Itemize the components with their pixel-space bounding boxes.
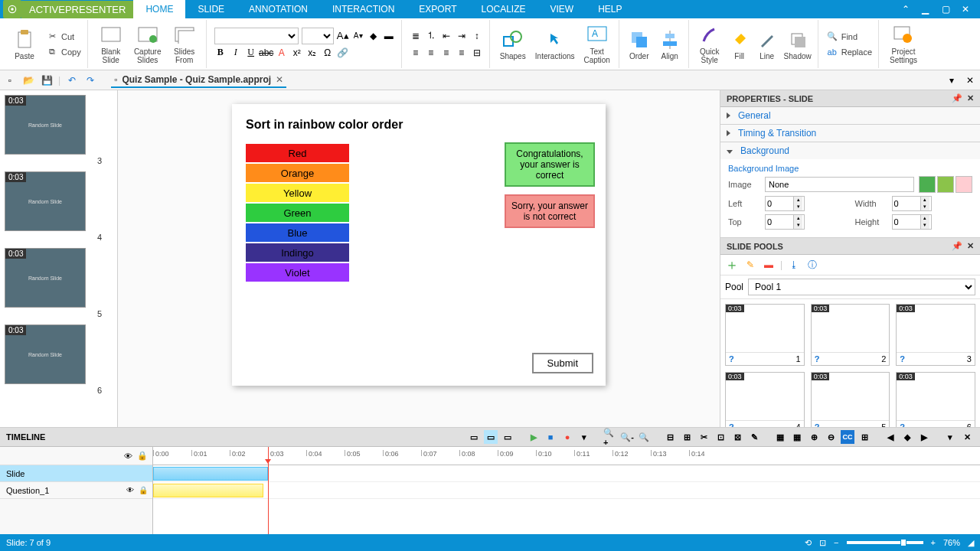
submit-button[interactable]: Submit (532, 353, 593, 373)
pool-item[interactable]: 0:03?1 (725, 304, 805, 366)
font-family-select[interactable] (214, 28, 299, 44)
tl-tool-4[interactable]: ⊡ (714, 430, 727, 444)
document-tab[interactable]: ▫ Quiz Sample - Quiz Sample.approj ✕ (111, 73, 286, 88)
import-image-button[interactable] (937, 176, 954, 193)
close-tab-icon[interactable]: ✕ (276, 74, 283, 85)
save-icon[interactable]: 💾 (40, 73, 54, 87)
tl-btn-2[interactable]: ▭ (484, 430, 498, 444)
paste-button[interactable]: Paste (6, 20, 43, 69)
tab-annotation[interactable]: ANNOTATION (237, 0, 320, 18)
strike-icon[interactable]: abc (260, 47, 273, 59)
align-left-icon[interactable]: ≡ (410, 47, 422, 59)
play-icon[interactable]: ▶ (527, 430, 541, 444)
lock-icon[interactable]: 🔒 (137, 451, 148, 461)
rainbow-item[interactable]: Violet (246, 263, 349, 282)
link-icon[interactable]: 🔗 (337, 47, 349, 59)
tl-options-icon[interactable]: ▾ (943, 430, 957, 444)
add-pool-icon[interactable]: ＋ (725, 258, 739, 272)
track-question[interactable]: Question_1👁🔒 (0, 482, 152, 499)
stop-icon[interactable]: ■ (544, 430, 557, 444)
remove-image-button[interactable] (956, 176, 972, 193)
superscript-icon[interactable]: x² (291, 47, 303, 59)
redo-icon[interactable]: ↷ (83, 73, 97, 87)
next-icon[interactable]: ▶ (917, 430, 931, 444)
tl-tool-6[interactable]: ✎ (747, 430, 761, 444)
subscript-icon[interactable]: x₂ (306, 47, 318, 59)
rainbow-item[interactable]: Blue (246, 223, 349, 242)
zoom-out-icon[interactable]: − (834, 538, 838, 547)
pool-select[interactable]: Pool 1 (748, 279, 975, 295)
section-timing[interactable]: Timing & Transition (720, 125, 980, 142)
min-toolbar-icon[interactable]: ⌃ (902, 4, 913, 15)
tab-view[interactable]: VIEW (538, 0, 586, 18)
prev-icon[interactable]: ◀ (884, 430, 897, 444)
import-pool-icon[interactable]: ⭳ (787, 258, 801, 272)
tab-slide[interactable]: SLIDE (185, 0, 237, 18)
slide-canvas[interactable]: Sort in rainbow color order RedOrangeYel… (232, 104, 606, 386)
italic-icon[interactable]: I (230, 47, 242, 59)
rainbow-item[interactable]: Yellow (246, 184, 349, 202)
rainbow-item[interactable]: Green (246, 204, 349, 222)
cc-icon[interactable]: CC (841, 430, 854, 444)
slides-from-button[interactable]: Slides From (166, 20, 203, 69)
tab-help[interactable]: HELP (586, 0, 634, 18)
section-background[interactable]: Background (720, 142, 980, 159)
new-icon[interactable]: ▫ (3, 73, 17, 87)
tl-tool-2[interactable]: ⊞ (680, 430, 694, 444)
pool-item[interactable]: 0:03?4 (725, 372, 805, 427)
resize-grip-icon[interactable]: ◢ (968, 538, 974, 548)
info-pool-icon[interactable]: ⓘ (805, 258, 819, 272)
rainbow-item[interactable]: Red (246, 144, 349, 162)
tl-tool-7[interactable]: ▦ (773, 430, 787, 444)
pool-item[interactable]: 0:03?3 (896, 304, 975, 366)
clip-slide[interactable] (153, 467, 268, 481)
zoom-out-tl-icon[interactable]: 🔍- (620, 430, 634, 444)
zoom-in-icon[interactable]: + (931, 538, 936, 547)
rainbow-item[interactable]: Indingo (246, 243, 349, 262)
tab-interaction[interactable]: INTERACTION (320, 0, 407, 18)
shrink-font-icon[interactable]: A▾ (352, 30, 364, 42)
slide-thumb[interactable]: 0:03Random Slide4 (3, 171, 114, 242)
replace-button[interactable]: abReplace (826, 46, 872, 58)
align-right-icon[interactable]: ≡ (440, 47, 452, 59)
fill-button[interactable]: Fill (726, 20, 753, 69)
zoom-value[interactable]: 76% (943, 538, 960, 547)
chevron-down-icon[interactable]: ▾ (945, 73, 959, 87)
tl-close-icon[interactable]: ✕ (960, 430, 974, 444)
tl-tool-10[interactable]: ⊖ (824, 430, 838, 444)
find-button[interactable]: 🔍Find (826, 31, 872, 43)
indent-inc-icon[interactable]: ⇥ (456, 30, 468, 42)
pin-icon[interactable]: 📌 (952, 93, 962, 103)
shapes-button[interactable]: Shapes (495, 20, 531, 69)
pool-item[interactable]: 0:03?5 (811, 372, 890, 427)
rec-dropdown-icon[interactable]: ▾ (577, 430, 591, 444)
width-spinner[interactable]: ▴▾ (892, 196, 932, 211)
image-input[interactable] (765, 177, 914, 192)
bold-icon[interactable]: B (214, 47, 227, 59)
lock-row-icon[interactable]: 🔒 (139, 486, 148, 494)
tl-tool-8[interactable]: ▦ (790, 430, 804, 444)
maximize-icon[interactable]: ▢ (942, 4, 952, 15)
undo-icon[interactable]: ↶ (65, 73, 79, 87)
record-icon[interactable]: ● (560, 430, 574, 444)
eye-icon[interactable]: 👁 (124, 452, 132, 461)
tl-tool-5[interactable]: ⊠ (730, 430, 744, 444)
left-spinner[interactable]: ▴▾ (765, 196, 805, 211)
highlight-icon[interactable]: ▬ (383, 30, 395, 42)
close-props-icon[interactable]: ✕ (967, 93, 974, 103)
clear-format-icon[interactable]: ◆ (368, 30, 380, 42)
open-icon[interactable]: 📂 (21, 73, 35, 87)
height-spinner[interactable]: ▴▾ (892, 214, 932, 230)
indent-dec-icon[interactable]: ⇤ (440, 30, 452, 42)
grow-font-icon[interactable]: A▴ (337, 30, 349, 42)
pin-pools-icon[interactable]: 📌 (952, 241, 962, 251)
tl-tool-9[interactable]: ⊕ (807, 430, 821, 444)
interactions-button[interactable]: Interactions (531, 20, 579, 69)
curr-icon[interactable]: ◆ (900, 430, 914, 444)
tl-tool-11[interactable]: ⊞ (858, 430, 871, 444)
eye-row-icon[interactable]: 👁 (126, 486, 134, 494)
omega-icon[interactable]: Ω (322, 47, 334, 59)
underline-icon[interactable]: U (245, 47, 257, 59)
close-panel-icon[interactable]: ✕ (963, 73, 977, 87)
quick-style-button[interactable]: Quick Style (694, 20, 726, 69)
